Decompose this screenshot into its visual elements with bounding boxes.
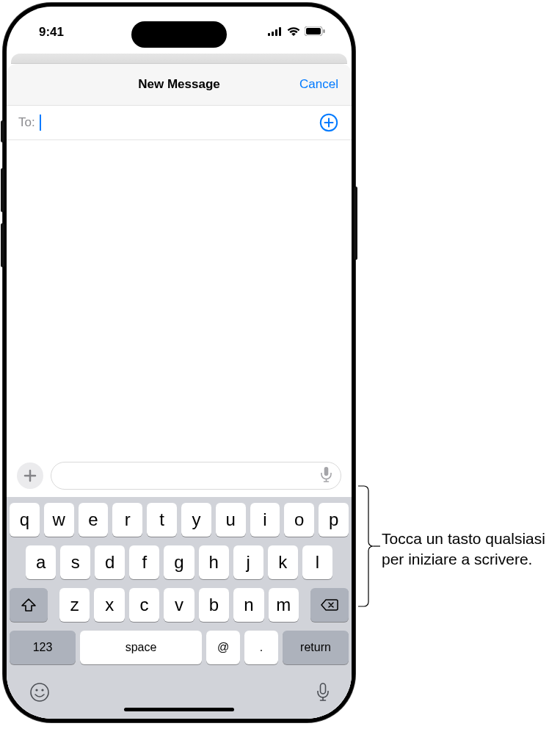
mic-icon	[316, 683, 330, 702]
keyboard-row-1: q w e r t y u i o p	[10, 503, 349, 537]
callout-bracket	[358, 485, 376, 608]
key-i[interactable]: i	[250, 503, 280, 537]
key-r[interactable]: r	[112, 503, 142, 537]
svg-rect-8	[324, 467, 329, 476]
svg-point-11	[41, 689, 43, 691]
key-w[interactable]: w	[44, 503, 74, 537]
svg-rect-5	[306, 28, 321, 35]
key-c[interactable]: c	[129, 588, 159, 622]
svg-rect-6	[324, 29, 325, 33]
key-f[interactable]: f	[129, 545, 159, 579]
svg-point-9	[31, 683, 48, 701]
key-n[interactable]: n	[233, 588, 263, 622]
add-contact-button[interactable]	[318, 112, 340, 134]
to-input[interactable]	[35, 115, 318, 131]
battery-icon	[305, 25, 325, 40]
emoji-icon	[29, 681, 51, 703]
text-cursor	[40, 115, 41, 131]
cancel-button[interactable]: Cancel	[299, 77, 338, 92]
key-p[interactable]: p	[319, 503, 349, 537]
space-key[interactable]: space	[80, 631, 202, 664]
key-t[interactable]: t	[147, 503, 177, 537]
svg-rect-0	[268, 33, 270, 36]
plus-icon	[23, 469, 37, 482]
key-a[interactable]: a	[26, 545, 56, 579]
volume-up-button	[1, 168, 4, 212]
keyboard-row-2: a s d f g h j k l	[10, 545, 349, 579]
status-time: 9:41	[39, 25, 64, 40]
background-card-peek	[11, 54, 347, 64]
dot-key[interactable]: .	[244, 631, 278, 664]
key-g[interactable]: g	[164, 545, 194, 579]
key-y[interactable]: y	[181, 503, 211, 537]
key-h[interactable]: h	[199, 545, 229, 579]
return-key[interactable]: return	[283, 631, 349, 664]
phone-frame: 9:41 New Message Cancel To:	[3, 3, 355, 722]
svg-point-10	[35, 689, 37, 691]
backspace-icon	[321, 598, 338, 612]
key-k[interactable]: k	[268, 545, 298, 579]
key-d[interactable]: d	[95, 545, 125, 579]
key-b[interactable]: b	[199, 588, 229, 622]
key-z[interactable]: z	[59, 588, 90, 622]
silent-switch	[1, 120, 4, 142]
svg-rect-1	[272, 32, 274, 36]
key-j[interactable]: j	[233, 545, 263, 579]
key-e[interactable]: e	[79, 503, 109, 537]
screen: 9:41 New Message Cancel To:	[7, 7, 352, 719]
dictation-key[interactable]	[316, 683, 330, 705]
keyboard-row-3: z x c v b n m	[10, 588, 349, 622]
key-u[interactable]: u	[216, 503, 246, 537]
key-l[interactable]: l	[302, 545, 332, 579]
compose-row	[7, 454, 352, 497]
key-m[interactable]: m	[269, 588, 299, 622]
keyboard-row-4: 123 space @ . return	[10, 631, 349, 664]
svg-rect-12	[321, 683, 326, 694]
dictation-icon[interactable]	[321, 467, 332, 485]
wifi-icon	[287, 25, 300, 40]
keyboard: q w e r t y u i o p a s d f g h	[7, 497, 352, 719]
key-o[interactable]: o	[284, 503, 314, 537]
side-button	[354, 186, 357, 260]
backspace-key[interactable]	[310, 588, 349, 622]
to-row: To:	[7, 105, 352, 140]
callout-text: Tocca un tasto qualsiasi per iniziare a …	[382, 529, 560, 570]
nav-bar: New Message Cancel	[7, 64, 352, 105]
volume-down-button	[1, 223, 4, 267]
dynamic-island	[131, 21, 227, 48]
svg-rect-2	[275, 29, 277, 36]
key-x[interactable]: x	[94, 588, 124, 622]
cellular-icon	[268, 25, 283, 40]
shift-key[interactable]	[10, 588, 48, 622]
key-q[interactable]: q	[10, 503, 40, 537]
status-right	[268, 25, 325, 40]
message-body-area[interactable]	[7, 140, 352, 454]
key-v[interactable]: v	[164, 588, 194, 622]
numbers-key[interactable]: 123	[10, 631, 76, 664]
shift-icon	[21, 598, 36, 612]
nav-title: New Message	[138, 77, 220, 92]
emoji-key[interactable]	[29, 681, 51, 706]
svg-rect-3	[279, 27, 281, 36]
plus-circle-icon	[319, 113, 338, 132]
at-key[interactable]: @	[206, 631, 240, 664]
apps-plus-button[interactable]	[17, 462, 43, 489]
key-s[interactable]: s	[60, 545, 90, 579]
new-message-modal: New Message Cancel To:	[7, 64, 352, 719]
home-indicator[interactable]	[124, 708, 234, 711]
message-input[interactable]	[51, 462, 341, 490]
to-label: To:	[18, 115, 35, 130]
